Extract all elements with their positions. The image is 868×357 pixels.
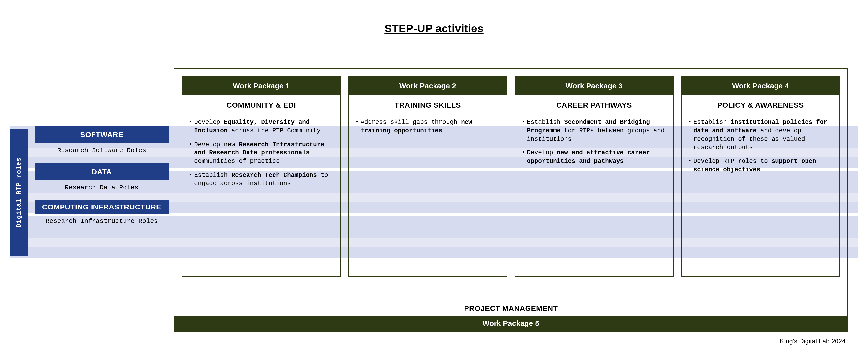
wp3-bullet: Establish Secondment and Bridging Progra… <box>522 116 666 147</box>
work-package-1: Work Package 1 COMMUNITY & EDI Develop E… <box>182 76 341 277</box>
wp2-header: Work Package 2 <box>349 76 507 95</box>
work-packages-container: Work Package 1 COMMUNITY & EDI Develop E… <box>174 68 848 332</box>
wp2-body: Address skill gaps through new training … <box>349 114 507 277</box>
wp4-subtitle: POLICY & AWARENESS <box>682 95 839 114</box>
rtp-roles-vertical-label-text: Digital RTP roles <box>15 157 23 227</box>
work-package-3: Work Package 3 CAREER PATHWAYS Establish… <box>515 76 674 277</box>
wp4-header: Work Package 4 <box>682 76 839 95</box>
role-software: SOFTWARE Research Software Roles <box>35 126 168 160</box>
role-data-header: DATA <box>35 163 168 181</box>
wp4-bullet: Develop RTP roles to support open scienc… <box>688 155 833 177</box>
role-software-desc: Research Software Roles <box>35 143 168 160</box>
rtp-roles-vertical-label: Digital RTP roles <box>10 129 28 256</box>
wp3-body: Establish Secondment and Bridging Progra… <box>515 114 673 277</box>
wp1-bullet: Develop Equality, Diversity and Inclusio… <box>189 116 334 138</box>
rtp-roles-column: SOFTWARE Research Software Roles DATA Re… <box>35 126 168 234</box>
work-package-5-bar: Work Package 5 <box>174 316 847 331</box>
wp1-bullet: Establish Research Tech Champions to eng… <box>189 169 334 191</box>
role-data: DATA Research Data Roles <box>35 163 168 197</box>
page-title: STEP-UP activities <box>10 22 858 35</box>
work-package-4: Work Package 4 POLICY & AWARENESS Establ… <box>681 76 840 277</box>
wp2-bullet: Address skill gaps through new training … <box>355 116 500 138</box>
wp3-subtitle: CAREER PATHWAYS <box>515 95 673 114</box>
wp1-body: Develop Equality, Diversity and Inclusio… <box>182 114 340 277</box>
wp2-subtitle: TRAINING SKILLS <box>349 95 507 114</box>
role-computing-infra: COMPUTING INFRASTRUCTURE Research Infras… <box>35 200 168 231</box>
role-data-desc: Research Data Roles <box>35 181 168 197</box>
wp4-bullet: Establish institutional policies for dat… <box>688 116 833 155</box>
wp3-bullet: Develop new and attractive career opport… <box>522 147 666 169</box>
wp1-header: Work Package 1 <box>182 76 340 95</box>
wp1-subtitle: COMMUNITY & EDI <box>182 95 340 114</box>
role-software-header: SOFTWARE <box>35 126 168 143</box>
project-management-label: PROJECT MANAGEMENT <box>174 304 847 313</box>
wp3-header: Work Package 3 <box>515 76 673 95</box>
work-packages-row: Work Package 1 COMMUNITY & EDI Develop E… <box>182 76 840 277</box>
role-computing-infra-header: COMPUTING INFRASTRUCTURE <box>35 200 168 214</box>
role-computing-infra-desc: Research Infrastructure Roles <box>35 214 168 231</box>
credit-line: King's Digital Lab 2024 <box>780 337 846 345</box>
wp1-bullet: Develop new Research Infrastructure and … <box>189 138 334 169</box>
wp4-body: Establish institutional policies for dat… <box>682 114 839 277</box>
work-package-2: Work Package 2 TRAINING SKILLS Address s… <box>348 76 507 277</box>
